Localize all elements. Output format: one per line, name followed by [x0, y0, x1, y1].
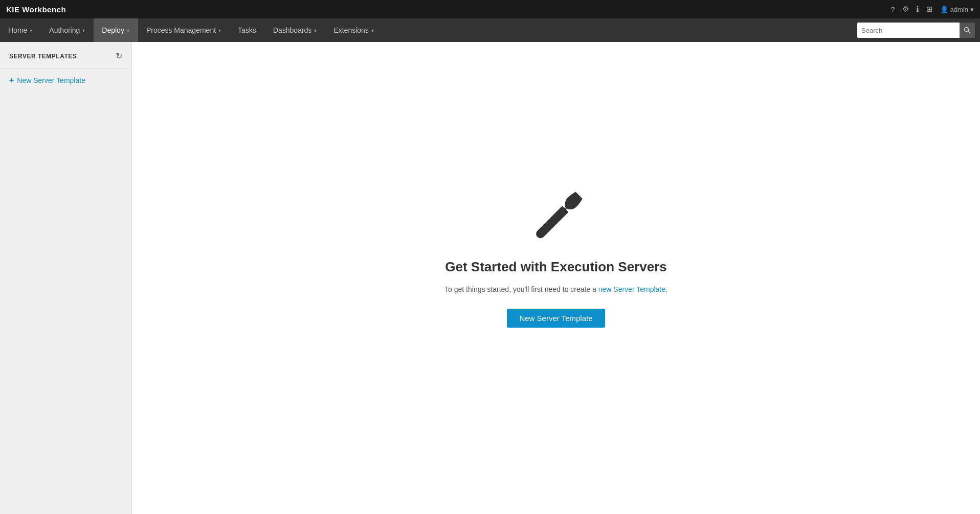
sidebar-title: SERVER TEMPLATES — [9, 53, 77, 60]
search-form — [852, 18, 980, 42]
search-icon — [964, 27, 971, 34]
nav-item-extensions[interactable]: Extensions ▾ — [325, 18, 382, 42]
nav-item-deploy[interactable]: Deploy ▾ — [94, 18, 138, 42]
nav-tasks-label: Tasks — [238, 26, 256, 34]
topbar-icons-group: ? ⚙ ℹ ⊞ 👤 admin ▾ — [890, 5, 974, 14]
nav-deploy-chevron-icon: ▾ — [127, 28, 129, 33]
new-template-label: New Server Template — [17, 76, 85, 84]
gear-icon[interactable]: ⚙ — [902, 5, 909, 14]
admin-label: admin — [950, 6, 968, 13]
nav-item-dashboards[interactable]: Dashboards ▾ — [265, 18, 326, 42]
nav-deploy-label: Deploy — [102, 26, 124, 34]
main-heading: Get Started with Execution Servers — [445, 259, 666, 275]
svg-point-0 — [965, 28, 969, 32]
new-server-template-inline-link[interactable]: new Server Template — [598, 285, 665, 293]
nav-process-management-label: Process Management — [146, 26, 216, 34]
nav-extensions-chevron-icon: ▾ — [371, 28, 374, 33]
wrench-icon — [528, 187, 584, 244]
sidebar-header: SERVER TEMPLATES ↻ — [0, 51, 131, 69]
nav-authoring-label: Authoring — [49, 26, 80, 34]
description-prefix: To get things started, you'll first need… — [444, 285, 598, 293]
topbar: KIE Workbench ? ⚙ ℹ ⊞ 👤 admin ▾ — [0, 0, 980, 18]
sidebar: SERVER TEMPLATES ↻ + New Server Template — [0, 42, 132, 514]
app-logo: KIE Workbench — [6, 5, 66, 14]
admin-menu[interactable]: 👤 admin ▾ — [940, 6, 974, 13]
nav-home-chevron-icon: ▾ — [30, 28, 32, 33]
nav-process-management-chevron-icon: ▾ — [218, 28, 221, 33]
nav-authoring-chevron-icon: ▾ — [82, 28, 85, 33]
layout: SERVER TEMPLATES ↻ + New Server Template… — [0, 42, 980, 514]
search-button[interactable] — [960, 23, 975, 38]
refresh-icon[interactable]: ↻ — [116, 51, 122, 61]
plus-icon: + — [9, 76, 14, 85]
info-icon[interactable]: ℹ — [916, 5, 919, 14]
user-icon: 👤 — [940, 6, 948, 13]
svg-line-1 — [968, 31, 971, 34]
nav-item-tasks[interactable]: Tasks — [230, 18, 265, 42]
grid-icon[interactable]: ⊞ — [926, 5, 933, 14]
nav-item-authoring[interactable]: Authoring ▾ — [41, 18, 94, 42]
nav-items: Home ▾ Authoring ▾ Deploy ▾ Process Mana… — [0, 18, 852, 42]
search-input[interactable] — [857, 23, 960, 38]
nav-dashboards-chevron-icon: ▾ — [314, 28, 317, 33]
help-icon[interactable]: ? — [890, 5, 895, 14]
nav-dashboards-label: Dashboards — [273, 26, 312, 34]
navbar: Home ▾ Authoring ▾ Deploy ▾ Process Mana… — [0, 18, 980, 42]
nav-home-label: Home — [8, 26, 27, 34]
new-server-template-link[interactable]: + New Server Template — [0, 69, 131, 92]
nav-item-process-management[interactable]: Process Management ▾ — [138, 18, 230, 42]
admin-chevron-icon: ▾ — [970, 6, 974, 13]
nav-extensions-label: Extensions — [333, 26, 368, 34]
description-suffix: . — [665, 285, 667, 293]
main-content: Get Started with Execution Servers To ge… — [132, 42, 980, 514]
main-description: To get things started, you'll first need… — [444, 285, 667, 293]
new-server-template-button[interactable]: New Server Template — [507, 309, 605, 328]
nav-item-home[interactable]: Home ▾ — [0, 18, 41, 42]
